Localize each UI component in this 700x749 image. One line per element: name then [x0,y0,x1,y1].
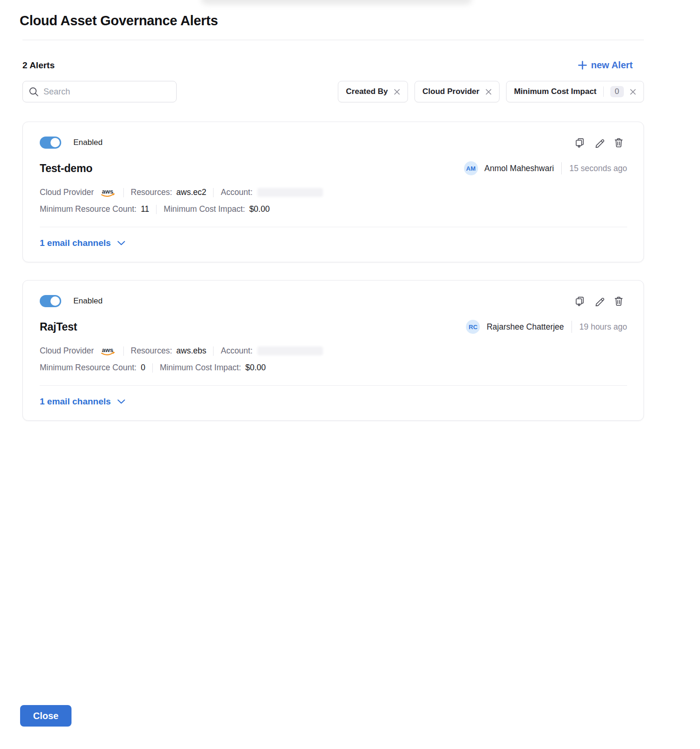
email-channels-toggle[interactable]: 1 email channels [40,227,125,262]
resources-label: Resources: [131,346,172,356]
field-divider [213,188,214,197]
account-label: Account: [221,187,252,197]
card-top-row: Enabled [40,137,627,149]
card-name-row: Test-demo AM Anmol Maheshwari 15 seconds… [40,161,627,175]
filter-chip-min-cost-impact[interactable]: Minimum Cost Impact 0 [506,81,644,102]
page-title: Cloud Asset Governance Alerts [20,13,644,29]
enabled-label: Enabled [73,138,102,147]
filter-chip-label: Minimum Cost Impact [514,87,597,96]
copy-icon [575,296,585,306]
author-group: RC Rajarshee Chatterjee 19 hours ago [466,320,627,334]
close-button[interactable]: Close [20,705,71,727]
plus-icon [578,61,587,70]
duplicate-alert-button[interactable] [575,137,585,148]
chevron-down-icon [117,399,125,404]
account-value-redacted [257,346,323,355]
min-resource-count-value: 11 [141,204,149,214]
min-cost-impact-value: $0.00 [249,204,270,214]
delete-alert-button[interactable] [614,296,623,306]
alert-name: Test-demo [40,162,93,175]
details-line-1: Cloud Provider aws Resources: aws.ebs Ac… [40,345,627,357]
trash-icon [614,137,623,148]
alert-details: Cloud Provider aws Resources: aws.ec2 Ac… [40,186,627,214]
svg-text:aws: aws [102,188,114,195]
top-overlay-shadow [201,0,472,5]
pencil-icon [594,138,604,148]
updated-timestamp: 19 hours ago [579,322,627,332]
duplicate-alert-button[interactable] [575,296,585,306]
avatar: AM [464,161,478,175]
min-resource-count-value: 0 [141,363,145,373]
filter-chip-value-badge: 0 [610,86,624,97]
new-alert-button[interactable]: new Alert [578,60,633,71]
avatar: RC [466,320,480,334]
alerts-panel: Cloud Asset Governance Alerts 2 Alerts n… [22,13,644,421]
enabled-toggle[interactable] [40,137,61,149]
card-top-row: Enabled [40,295,627,307]
author-name: Rajarshee Chatterjee [486,322,564,332]
toolbar: 2 Alerts new Alert [22,60,644,71]
enabled-toggle[interactable] [40,295,61,307]
min-cost-impact-label: Minimum Cost Impact: [160,363,241,373]
alert-card: Enabled [22,122,644,262]
field-divider [156,205,157,214]
min-resource-count-label: Minimum Resource Count: [40,204,136,214]
email-channels-toggle[interactable]: 1 email channels [40,386,125,420]
card-divider [40,227,627,227]
author-group: AM Anmol Maheshwari 15 seconds ago [464,161,627,175]
enabled-toggle-group: Enabled [40,137,102,149]
svg-text:aws: aws [102,346,114,353]
min-cost-impact-value: $0.00 [245,363,266,373]
field-divider [213,346,214,356]
cloud-provider-label: Cloud Provider [40,187,94,197]
remove-filter-icon[interactable] [486,89,492,95]
details-line-2: Minimum Resource Count: 11 Minimum Cost … [40,204,627,214]
filter-chip-created-by[interactable]: Created By [338,81,408,102]
email-channels-label: 1 email channels [40,396,111,407]
field-divider [123,188,124,197]
card-actions [575,137,623,148]
new-alert-label: new Alert [591,60,633,71]
details-line-2: Minimum Resource Count: 0 Minimum Cost I… [40,363,627,373]
resources-value: aws.ec2 [176,187,206,197]
field-divider [152,363,153,373]
enabled-toggle-group: Enabled [40,295,102,307]
author-divider [561,162,562,174]
trash-icon [614,296,623,306]
author-name: Anmol Maheshwari [485,164,554,173]
aws-logo-icon: aws [100,346,116,357]
remove-filter-icon[interactable] [630,89,636,95]
updated-timestamp: 15 seconds ago [569,164,627,173]
account-value-redacted [257,188,323,197]
filter-row: Created By Cloud Provider Minimum Cost I… [22,81,644,102]
card-divider [40,385,627,386]
cloud-provider-label: Cloud Provider [40,346,94,356]
search-wrap [22,81,177,102]
remove-filter-icon[interactable] [394,89,400,95]
aws-logo-icon: aws [100,187,116,199]
filter-chip-cloud-provider[interactable]: Cloud Provider [414,81,500,102]
edit-alert-button[interactable] [594,138,604,148]
alert-name: RajTest [40,321,77,333]
email-channels-label: 1 email channels [40,238,111,248]
filter-chip-label: Cloud Provider [422,87,479,96]
resources-label: Resources: [131,187,172,197]
min-resource-count-label: Minimum Resource Count: [40,363,136,373]
card-actions [575,296,623,306]
edit-alert-button[interactable] [594,296,604,306]
author-divider [571,321,572,333]
card-name-row: RajTest RC Rajarshee Chatterjee 19 hours… [40,320,627,334]
chip-divider [603,86,604,97]
pencil-icon [594,296,604,306]
alert-card: Enabled [22,280,644,421]
filter-chips: Created By Cloud Provider Minimum Cost I… [338,81,644,102]
search-icon [29,87,39,97]
chevron-down-icon [117,241,125,245]
search-input[interactable] [22,81,177,102]
field-divider [123,346,124,356]
enabled-label: Enabled [73,296,102,306]
resources-value: aws.ebs [176,346,206,356]
alert-details: Cloud Provider aws Resources: aws.ebs Ac… [40,345,627,373]
min-cost-impact-label: Minimum Cost Impact: [164,204,245,214]
delete-alert-button[interactable] [614,137,623,148]
